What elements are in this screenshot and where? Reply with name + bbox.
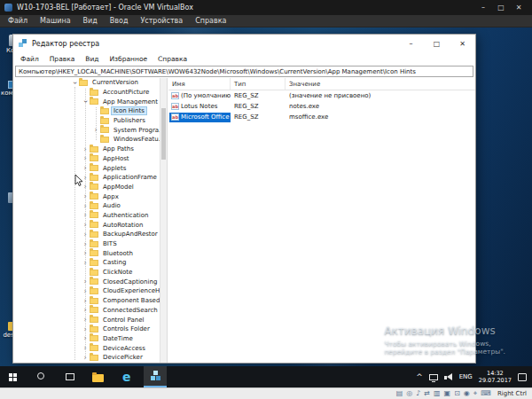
chevron-icon[interactable]: › — [81, 287, 90, 295]
cd-icon[interactable]: ◎ — [406, 389, 412, 398]
tree-item[interactable]: Publishers — [13, 116, 160, 126]
search-taskbar-button[interactable] — [30, 366, 53, 387]
tree-item[interactable]: › Authentication — [13, 211, 160, 221]
tree-item[interactable]: › AppModel — [13, 183, 160, 192]
shared-folder-icon[interactable]: ▣ — [444, 389, 451, 398]
recording-icon[interactable]: ◉ — [464, 389, 470, 398]
tree-item[interactable]: AccountPicture — [13, 88, 160, 98]
task-view-taskbar-button[interactable] — [59, 366, 82, 387]
tree-item[interactable]: › Audio — [13, 201, 160, 211]
regedit-maximize-button[interactable] — [424, 35, 450, 52]
tree-item[interactable]: ClickNote — [13, 268, 160, 278]
tree-item[interactable]: › DeviceAccess — [13, 343, 160, 353]
language-indicator[interactable]: ENG — [459, 373, 473, 380]
network-tray-icon[interactable] — [429, 374, 438, 380]
tree-item[interactable]: Icon Hints — [13, 106, 160, 116]
tree-item[interactable]: › BITS — [13, 239, 160, 249]
chevron-icon[interactable]: › — [81, 231, 90, 239]
tree-item[interactable]: › AppHost — [13, 154, 160, 164]
start-taskbar-button[interactable] — [2, 366, 25, 387]
regedit-minimize-button[interactable] — [398, 35, 424, 52]
vbox-close-button[interactable] — [510, 0, 528, 15]
tree-item[interactable]: › App Paths — [13, 145, 160, 154]
action-center-icon[interactable] — [518, 373, 527, 381]
file-explorer-taskbar-button[interactable] — [87, 366, 110, 387]
regedit-menu-item[interactable]: Файл — [15, 55, 44, 63]
tree-scrollbar-thumb[interactable] — [161, 108, 166, 160]
vbox-menu-item[interactable]: Файл — [2, 15, 34, 27]
tree-item[interactable]: › CurrentVersion — [13, 78, 160, 88]
tree-item[interactable]: › Appx — [13, 192, 160, 201]
tree-item[interactable]: › Casting — [13, 258, 160, 268]
volume-tray-icon[interactable] — [444, 373, 453, 381]
tree-item[interactable]: › Component Based — [13, 296, 160, 306]
tree-item[interactable]: › App Management — [13, 97, 160, 106]
registry-value-row[interactable]: (По умолчанию) REG_SZ (значение не присв… — [168, 90, 475, 101]
tree-item[interactable]: › Controls Folder — [13, 325, 160, 334]
chevron-icon[interactable]: › — [81, 145, 90, 153]
tree-item[interactable]: › CloudExperienceH — [13, 286, 160, 296]
regedit-menu-item[interactable]: Справка — [153, 55, 192, 63]
tree-item[interactable]: › System Progra... — [13, 125, 160, 135]
vbox-menu-item[interactable]: Ввод — [104, 15, 135, 27]
vbox-menu-item[interactable]: Вид — [77, 15, 104, 27]
regedit-menu-item[interactable]: Вид — [80, 55, 104, 63]
hidden-icons-chevron-icon[interactable] — [416, 373, 423, 381]
tree-item[interactable]: › AutoRotation — [13, 220, 160, 230]
tree-item[interactable]: › Applets — [13, 163, 160, 173]
chevron-icon[interactable]: › — [82, 98, 90, 106]
tree-item[interactable]: › ClosedCaptioning — [13, 277, 160, 286]
taskbar-clock[interactable]: 14:32 29.07.2017 — [479, 370, 512, 384]
chevron-icon[interactable]: › — [81, 259, 90, 267]
regedit-menu-item[interactable]: Правка — [44, 55, 81, 63]
regedit-address-input[interactable]: Компьютер\HKEY_LOCAL_MACHINE\SOFTWARE\WO… — [15, 66, 473, 77]
tree-item[interactable]: › BackupAndRestor — [13, 230, 160, 239]
chevron-icon[interactable]: › — [71, 78, 79, 87]
chevron-icon[interactable]: › — [81, 211, 90, 219]
chevron-icon[interactable]: › — [81, 164, 90, 172]
hdd-icon[interactable]: ▤ — [396, 389, 403, 398]
tree-item[interactable]: › Control Panel — [13, 315, 160, 325]
tree-item[interactable]: › ConnectedSearch — [13, 306, 160, 316]
tree-item[interactable]: › Bluetooth — [13, 248, 160, 258]
chevron-icon[interactable]: › — [81, 354, 90, 362]
tree-item[interactable]: › ApplicationFrame — [13, 173, 160, 183]
chevron-icon[interactable]: › — [81, 221, 90, 229]
usb-icon[interactable]: ▥ — [434, 389, 441, 398]
tree-scrollbar[interactable] — [160, 78, 167, 363]
column-header-value[interactable]: Значение — [286, 78, 475, 90]
vbox-titlebar[interactable]: W10-1703-BEL [Работает] - Oracle VM Virt… — [0, 0, 532, 15]
chevron-icon[interactable]: › — [81, 249, 90, 257]
chevron-icon[interactable]: › — [81, 306, 90, 314]
column-header-type[interactable]: Тип — [231, 78, 286, 90]
network-icon[interactable]: ⇄ — [424, 389, 430, 398]
regedit-close-button[interactable] — [450, 35, 475, 52]
chevron-icon[interactable]: › — [81, 316, 90, 324]
chevron-icon[interactable]: › — [81, 183, 90, 191]
keyboard-icon[interactable]: ⌨ — [481, 389, 491, 398]
chevron-icon[interactable]: › — [81, 297, 90, 305]
registry-value-row[interactable]: Microsoft Office REG_SZ msoffice.exe — [168, 112, 475, 122]
vbox-menu-item[interactable]: Машина — [34, 15, 76, 27]
chevron-icon[interactable]: › — [81, 192, 90, 200]
vbox-maximize-button[interactable] — [492, 0, 510, 15]
vbox-menu-item[interactable]: Справка — [189, 15, 232, 27]
regedit-taskbar-button[interactable] — [144, 366, 167, 387]
chevron-icon[interactable]: › — [81, 202, 90, 210]
chevron-icon[interactable]: › — [81, 154, 90, 162]
tree-item[interactable]: › DateTime — [13, 334, 160, 344]
chevron-icon[interactable]: › — [81, 174, 90, 182]
regedit-menu-item[interactable]: Избранное — [105, 55, 153, 63]
display-icon[interactable]: ⊡ — [454, 389, 460, 398]
chevron-icon[interactable]: › — [81, 325, 90, 333]
regedit-titlebar[interactable]: Редактор реестра — [13, 35, 475, 52]
registry-value-row[interactable]: Lotus Notes REG_SZ notes.exe — [168, 101, 475, 112]
tree-item[interactable]: › DevicePicker — [13, 353, 160, 363]
chevron-icon[interactable]: › — [91, 126, 100, 134]
audio-icon[interactable]: ♪ — [416, 389, 420, 398]
vbox-menu-item[interactable]: Устройства — [134, 15, 189, 27]
edge-taskbar-button[interactable] — [115, 366, 138, 387]
chevron-icon[interactable]: › — [81, 334, 90, 342]
chevron-icon[interactable]: › — [81, 278, 90, 286]
mouse-icon[interactable]: ⌖ — [473, 389, 478, 398]
